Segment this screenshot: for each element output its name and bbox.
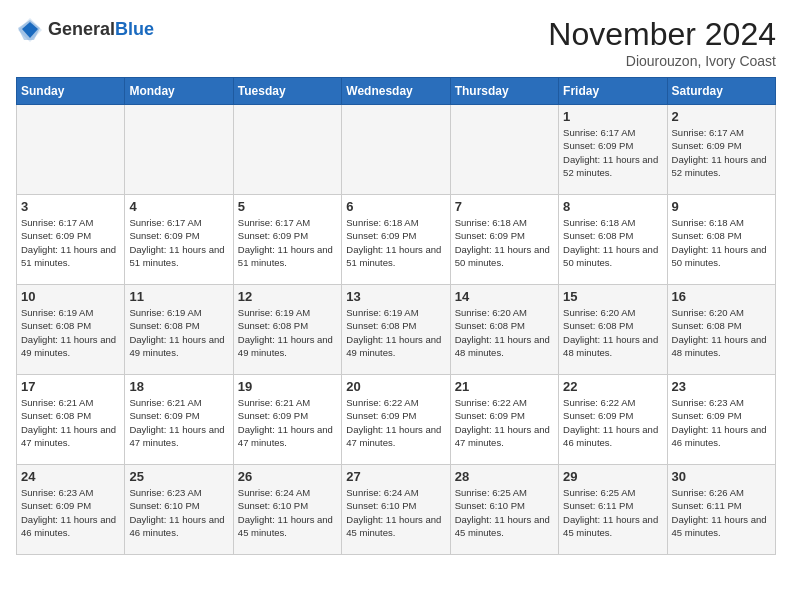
day-number: 18 bbox=[129, 379, 228, 394]
calendar-cell: 6Sunrise: 6:18 AM Sunset: 6:09 PM Daylig… bbox=[342, 195, 450, 285]
header-row: SundayMondayTuesdayWednesdayThursdayFrid… bbox=[17, 78, 776, 105]
cell-info: Sunrise: 6:25 AM Sunset: 6:10 PM Dayligh… bbox=[455, 486, 554, 539]
col-header-tuesday: Tuesday bbox=[233, 78, 341, 105]
calendar-week-4: 17Sunrise: 6:21 AM Sunset: 6:08 PM Dayli… bbox=[17, 375, 776, 465]
calendar-cell: 23Sunrise: 6:23 AM Sunset: 6:09 PM Dayli… bbox=[667, 375, 775, 465]
day-number: 7 bbox=[455, 199, 554, 214]
calendar-cell: 29Sunrise: 6:25 AM Sunset: 6:11 PM Dayli… bbox=[559, 465, 667, 555]
cell-info: Sunrise: 6:19 AM Sunset: 6:08 PM Dayligh… bbox=[129, 306, 228, 359]
day-number: 17 bbox=[21, 379, 120, 394]
calendar-cell: 19Sunrise: 6:21 AM Sunset: 6:09 PM Dayli… bbox=[233, 375, 341, 465]
day-number: 21 bbox=[455, 379, 554, 394]
cell-info: Sunrise: 6:20 AM Sunset: 6:08 PM Dayligh… bbox=[563, 306, 662, 359]
calendar-week-3: 10Sunrise: 6:19 AM Sunset: 6:08 PM Dayli… bbox=[17, 285, 776, 375]
day-number: 27 bbox=[346, 469, 445, 484]
calendar-cell bbox=[125, 105, 233, 195]
cell-info: Sunrise: 6:18 AM Sunset: 6:09 PM Dayligh… bbox=[346, 216, 445, 269]
cell-info: Sunrise: 6:19 AM Sunset: 6:08 PM Dayligh… bbox=[238, 306, 337, 359]
day-number: 24 bbox=[21, 469, 120, 484]
day-number: 12 bbox=[238, 289, 337, 304]
calendar-cell: 27Sunrise: 6:24 AM Sunset: 6:10 PM Dayli… bbox=[342, 465, 450, 555]
cell-info: Sunrise: 6:20 AM Sunset: 6:08 PM Dayligh… bbox=[672, 306, 771, 359]
cell-info: Sunrise: 6:18 AM Sunset: 6:08 PM Dayligh… bbox=[563, 216, 662, 269]
calendar-cell: 18Sunrise: 6:21 AM Sunset: 6:09 PM Dayli… bbox=[125, 375, 233, 465]
location: Diourouzon, Ivory Coast bbox=[548, 53, 776, 69]
day-number: 4 bbox=[129, 199, 228, 214]
cell-info: Sunrise: 6:17 AM Sunset: 6:09 PM Dayligh… bbox=[238, 216, 337, 269]
cell-info: Sunrise: 6:24 AM Sunset: 6:10 PM Dayligh… bbox=[238, 486, 337, 539]
col-header-thursday: Thursday bbox=[450, 78, 558, 105]
calendar-cell: 14Sunrise: 6:20 AM Sunset: 6:08 PM Dayli… bbox=[450, 285, 558, 375]
day-number: 2 bbox=[672, 109, 771, 124]
cell-info: Sunrise: 6:24 AM Sunset: 6:10 PM Dayligh… bbox=[346, 486, 445, 539]
calendar-cell: 28Sunrise: 6:25 AM Sunset: 6:10 PM Dayli… bbox=[450, 465, 558, 555]
calendar-cell bbox=[233, 105, 341, 195]
calendar-cell: 11Sunrise: 6:19 AM Sunset: 6:08 PM Dayli… bbox=[125, 285, 233, 375]
day-number: 10 bbox=[21, 289, 120, 304]
cell-info: Sunrise: 6:17 AM Sunset: 6:09 PM Dayligh… bbox=[672, 126, 771, 179]
day-number: 28 bbox=[455, 469, 554, 484]
day-number: 13 bbox=[346, 289, 445, 304]
page-header: GeneralBlue November 2024 Diourouzon, Iv… bbox=[16, 16, 776, 69]
cell-info: Sunrise: 6:17 AM Sunset: 6:09 PM Dayligh… bbox=[21, 216, 120, 269]
calendar-cell: 22Sunrise: 6:22 AM Sunset: 6:09 PM Dayli… bbox=[559, 375, 667, 465]
cell-info: Sunrise: 6:20 AM Sunset: 6:08 PM Dayligh… bbox=[455, 306, 554, 359]
calendar-cell: 12Sunrise: 6:19 AM Sunset: 6:08 PM Dayli… bbox=[233, 285, 341, 375]
cell-info: Sunrise: 6:23 AM Sunset: 6:09 PM Dayligh… bbox=[672, 396, 771, 449]
logo-icon bbox=[16, 16, 44, 44]
cell-info: Sunrise: 6:21 AM Sunset: 6:09 PM Dayligh… bbox=[238, 396, 337, 449]
calendar-cell: 10Sunrise: 6:19 AM Sunset: 6:08 PM Dayli… bbox=[17, 285, 125, 375]
cell-info: Sunrise: 6:22 AM Sunset: 6:09 PM Dayligh… bbox=[563, 396, 662, 449]
calendar-cell: 5Sunrise: 6:17 AM Sunset: 6:09 PM Daylig… bbox=[233, 195, 341, 285]
calendar-cell bbox=[450, 105, 558, 195]
cell-info: Sunrise: 6:22 AM Sunset: 6:09 PM Dayligh… bbox=[346, 396, 445, 449]
col-header-sunday: Sunday bbox=[17, 78, 125, 105]
calendar-table: SundayMondayTuesdayWednesdayThursdayFrid… bbox=[16, 77, 776, 555]
day-number: 14 bbox=[455, 289, 554, 304]
cell-info: Sunrise: 6:23 AM Sunset: 6:10 PM Dayligh… bbox=[129, 486, 228, 539]
calendar-cell: 3Sunrise: 6:17 AM Sunset: 6:09 PM Daylig… bbox=[17, 195, 125, 285]
day-number: 15 bbox=[563, 289, 662, 304]
day-number: 11 bbox=[129, 289, 228, 304]
calendar-cell: 1Sunrise: 6:17 AM Sunset: 6:09 PM Daylig… bbox=[559, 105, 667, 195]
day-number: 19 bbox=[238, 379, 337, 394]
cell-info: Sunrise: 6:23 AM Sunset: 6:09 PM Dayligh… bbox=[21, 486, 120, 539]
day-number: 1 bbox=[563, 109, 662, 124]
col-header-monday: Monday bbox=[125, 78, 233, 105]
calendar-cell: 20Sunrise: 6:22 AM Sunset: 6:09 PM Dayli… bbox=[342, 375, 450, 465]
title-block: November 2024 Diourouzon, Ivory Coast bbox=[548, 16, 776, 69]
cell-info: Sunrise: 6:18 AM Sunset: 6:08 PM Dayligh… bbox=[672, 216, 771, 269]
day-number: 26 bbox=[238, 469, 337, 484]
day-number: 3 bbox=[21, 199, 120, 214]
calendar-week-5: 24Sunrise: 6:23 AM Sunset: 6:09 PM Dayli… bbox=[17, 465, 776, 555]
month-title: November 2024 bbox=[548, 16, 776, 53]
cell-info: Sunrise: 6:25 AM Sunset: 6:11 PM Dayligh… bbox=[563, 486, 662, 539]
cell-info: Sunrise: 6:17 AM Sunset: 6:09 PM Dayligh… bbox=[129, 216, 228, 269]
day-number: 25 bbox=[129, 469, 228, 484]
logo-general-text: General bbox=[48, 19, 115, 39]
cell-info: Sunrise: 6:19 AM Sunset: 6:08 PM Dayligh… bbox=[346, 306, 445, 359]
logo: GeneralBlue bbox=[16, 16, 154, 44]
calendar-cell bbox=[342, 105, 450, 195]
day-number: 9 bbox=[672, 199, 771, 214]
calendar-cell: 15Sunrise: 6:20 AM Sunset: 6:08 PM Dayli… bbox=[559, 285, 667, 375]
calendar-cell: 7Sunrise: 6:18 AM Sunset: 6:09 PM Daylig… bbox=[450, 195, 558, 285]
col-header-wednesday: Wednesday bbox=[342, 78, 450, 105]
calendar-cell: 16Sunrise: 6:20 AM Sunset: 6:08 PM Dayli… bbox=[667, 285, 775, 375]
cell-info: Sunrise: 6:21 AM Sunset: 6:09 PM Dayligh… bbox=[129, 396, 228, 449]
calendar-cell: 2Sunrise: 6:17 AM Sunset: 6:09 PM Daylig… bbox=[667, 105, 775, 195]
day-number: 6 bbox=[346, 199, 445, 214]
calendar-cell bbox=[17, 105, 125, 195]
calendar-cell: 24Sunrise: 6:23 AM Sunset: 6:09 PM Dayli… bbox=[17, 465, 125, 555]
day-number: 8 bbox=[563, 199, 662, 214]
day-number: 16 bbox=[672, 289, 771, 304]
day-number: 22 bbox=[563, 379, 662, 394]
calendar-week-1: 1Sunrise: 6:17 AM Sunset: 6:09 PM Daylig… bbox=[17, 105, 776, 195]
cell-info: Sunrise: 6:19 AM Sunset: 6:08 PM Dayligh… bbox=[21, 306, 120, 359]
calendar-week-2: 3Sunrise: 6:17 AM Sunset: 6:09 PM Daylig… bbox=[17, 195, 776, 285]
calendar-cell: 26Sunrise: 6:24 AM Sunset: 6:10 PM Dayli… bbox=[233, 465, 341, 555]
logo-blue-text: Blue bbox=[115, 19, 154, 39]
cell-info: Sunrise: 6:26 AM Sunset: 6:11 PM Dayligh… bbox=[672, 486, 771, 539]
calendar-cell: 4Sunrise: 6:17 AM Sunset: 6:09 PM Daylig… bbox=[125, 195, 233, 285]
day-number: 29 bbox=[563, 469, 662, 484]
